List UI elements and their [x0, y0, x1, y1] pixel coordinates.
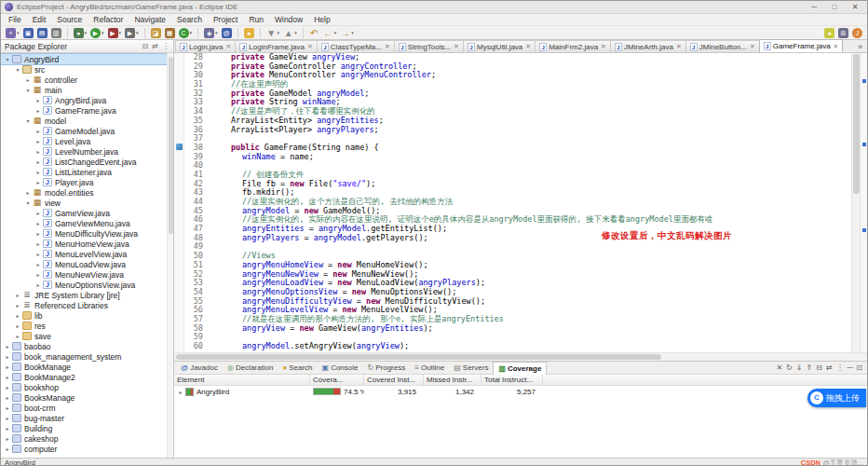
maximize-view-icon[interactable]: ⊡	[856, 363, 862, 372]
tree-item-menuhomeview-java[interactable]: ▸JMenuHomeView.java	[1, 239, 173, 249]
tree-item-boot-crm[interactable]: ▸boot-crm	[1, 403, 173, 413]
link-with-selection-icon[interactable]: ⇄	[826, 363, 833, 372]
collapsed-arrow-icon[interactable]: ▸	[34, 107, 42, 114]
coverage-row-element[interactable]: ▸AngryBird	[174, 386, 310, 397]
collapsed-arrow-icon[interactable]: ▸	[24, 76, 32, 83]
bottom-tab-console[interactable]: ▣Console	[318, 362, 363, 375]
tree-item-gameframe-java[interactable]: ▸JGameFrame.java	[1, 105, 173, 116]
collapsed-arrow-icon[interactable]: ▸	[14, 302, 21, 308]
bottom-tab-servers[interactable]: ▤Servers	[449, 362, 493, 375]
collapsed-arrow-icon[interactable]: ▸	[34, 240, 42, 247]
close-tab-icon[interactable]: ✕	[676, 43, 682, 50]
collapsed-arrow-icon[interactable]: ▸	[4, 374, 11, 380]
toolbar-print-button[interactable]: ▥	[50, 27, 62, 39]
tree-item-book-management-system[interactable]: ▸book_management_system	[1, 351, 173, 362]
menu-refactor[interactable]: Refactor	[88, 14, 129, 25]
bottom-tab-progress[interactable]: ↻Progress	[363, 362, 411, 375]
collapsed-arrow-icon[interactable]: ▸	[4, 404, 11, 411]
maximize-button[interactable]: □	[826, 1, 843, 13]
editor-vertical-scrollbar[interactable]	[851, 53, 860, 352]
tree-item-res[interactable]: ▸res	[1, 321, 173, 331]
tree-item-model-entities[interactable]: ▸▦model.entities	[1, 187, 173, 198]
tree-item-menuloadview-java[interactable]: ▸JMenuLoadView.java	[1, 259, 173, 269]
tree-item-model[interactable]: ▾▦model	[1, 116, 173, 126]
bottom-tab-javadoc[interactable]: @Javadoc	[176, 362, 223, 375]
tree-item-menuoptionsview-java[interactable]: ▸JMenuOptionsView.java	[1, 280, 173, 290]
collapsed-arrow-icon[interactable]: ▸	[14, 333, 21, 339]
collapsed-arrow-icon[interactable]: ▸	[34, 220, 42, 226]
coverage-table-row[interactable]: ▸AngryBird74.5 %3,9151,3425,257	[174, 386, 867, 397]
toolbar-new-package-button[interactable]: ▦	[164, 27, 176, 39]
tree-item-view[interactable]: ▾▦view	[1, 198, 173, 208]
code-line[interactable]: File fb = new File("save/");	[207, 180, 851, 189]
toolbar-open-perspective-button[interactable]: ⊞	[837, 27, 849, 39]
editor-vscroll-thumb[interactable]	[853, 54, 860, 194]
tree-item-save[interactable]: ▸save	[1, 331, 173, 341]
collapsed-arrow-icon[interactable]: ▸	[34, 261, 42, 267]
line-number[interactable]: 60	[184, 342, 203, 351]
toolbar-run-button[interactable]: ▶▾	[89, 27, 105, 39]
tree-item-lib[interactable]: ▸lib	[1, 310, 173, 321]
code-line[interactable]: angryPlayers = angryModel.getPlayers();	[207, 234, 851, 243]
close-tab-icon[interactable]: ✕	[834, 43, 839, 50]
tree-item-baobao[interactable]: ▸baobao	[1, 341, 173, 351]
code-line[interactable]	[207, 242, 851, 252]
menu-navigate[interactable]: Navigate	[129, 14, 171, 25]
close-button[interactable]: ✕	[847, 1, 863, 13]
column-header-covera[interactable]: Covera...	[310, 375, 364, 385]
menu-file[interactable]: File	[3, 14, 27, 25]
tree-item-angrybird[interactable]: ▾AngryBird	[1, 54, 173, 64]
overview-ruler[interactable]	[860, 53, 867, 352]
line-number-column[interactable]: 2829303132333435363738394041424344454647…	[184, 53, 207, 352]
tree-item-referenced-libraries[interactable]: ▸≣Referenced Libraries	[1, 300, 173, 310]
editor-tab-jminebutton[interactable]: JJMineButton...✕	[685, 40, 760, 52]
tree-item-menulevelview-java[interactable]: ▸JMenuLevelView.java	[1, 249, 173, 259]
editor-hscroll-thumb[interactable]	[176, 354, 661, 360]
expanded-arrow-icon[interactable]: ▾	[14, 66, 21, 73]
editor-tab-jminearth-java[interactable]: JJMineArth.java✕	[610, 40, 686, 52]
toolbar-new-class-button[interactable]: C▾	[178, 27, 194, 39]
collapsed-arrow-icon[interactable]: ▸	[4, 415, 11, 421]
toolbar-new-wizard-button[interactable]: +▾	[5, 27, 20, 39]
collapse-all-icon[interactable]: ⊟	[816, 363, 822, 372]
code-line[interactable]: ArrayList<Player> angryPlayers;	[207, 126, 851, 135]
tree-item-bookshop[interactable]: ▸bookshop	[1, 382, 173, 392]
more-tabs-chevron-icon[interactable]: »	[858, 42, 862, 51]
menu-edit[interactable]: Edit	[27, 14, 52, 25]
tree-item-gameview-java[interactable]: ▸JGameView.java	[1, 208, 173, 218]
tree-item-menunewview-java[interactable]: ▸JMenuNewView.java	[1, 269, 173, 280]
toolbar-external-tools-button[interactable]: ▶▾	[124, 27, 140, 39]
tree-item-bug-master[interactable]: ▸bug-master	[1, 413, 173, 423]
collapse-all-icon[interactable]: ⊟	[142, 42, 149, 50]
code-line[interactable]: angryModel.setAngryView(angryView);	[207, 342, 851, 351]
export-session-icon[interactable]: ⇑	[807, 363, 813, 372]
tree-item-jre-system-library-jre[interactable]: ▸≣JRE System Library [jre]	[1, 290, 173, 300]
close-tab-icon[interactable]: ✕	[601, 43, 606, 50]
bottom-tab-declaration[interactable]: ◎Declaration	[223, 362, 278, 375]
close-tab-icon[interactable]: ✕	[750, 43, 755, 50]
tree-item-gamemodel-java[interactable]: ▸JGameModel.java	[1, 126, 173, 136]
collapsed-arrow-icon[interactable]: ▸	[34, 281, 42, 288]
tree-item-gameviewmenu-java[interactable]: ▸JGameViewMenu.java	[1, 218, 173, 228]
minimize-button[interactable]: ─	[806, 1, 822, 13]
editor-tab-login-java[interactable]: JLogin.java✕	[175, 40, 236, 52]
toolbar-previous-annotation-button[interactable]: ▲▾	[282, 27, 298, 39]
collapsed-arrow-icon[interactable]: ▸	[4, 353, 11, 360]
collapsed-arrow-icon[interactable]: ▸	[34, 230, 42, 237]
collapsed-arrow-icon[interactable]: ▸	[4, 435, 11, 442]
tree-item-building[interactable]: ▸Building	[1, 423, 173, 433]
toolbar-save-all-button[interactable]: ▤	[36, 27, 48, 39]
toolbar-debug-button[interactable]: ●▾	[73, 27, 88, 39]
toolbar-back-button[interactable]: ←▾	[322, 27, 338, 39]
collapsed-arrow-icon[interactable]: ▸	[4, 363, 11, 370]
close-tab-icon[interactable]: ✕	[454, 43, 459, 50]
column-header-total-instruct[interactable]: Total Instruct...	[481, 375, 543, 385]
tree-item-main[interactable]: ▾▦main	[1, 85, 173, 95]
toolbar-create-jar-button[interactable]: ◈▾	[203, 27, 219, 39]
view-menu-icon[interactable]: ⋮	[836, 363, 844, 372]
tree-item-bookmanage[interactable]: ▸BookManage	[1, 362, 173, 372]
explorer-scrollbar[interactable]	[167, 53, 173, 458]
import-session-icon[interactable]: ⇓	[796, 363, 803, 372]
code-area[interactable]: private GameView angryView;private GameC…	[207, 53, 851, 352]
tree-item-listchangedevent-java[interactable]: ▸JListChangedEvent.java	[1, 157, 173, 167]
